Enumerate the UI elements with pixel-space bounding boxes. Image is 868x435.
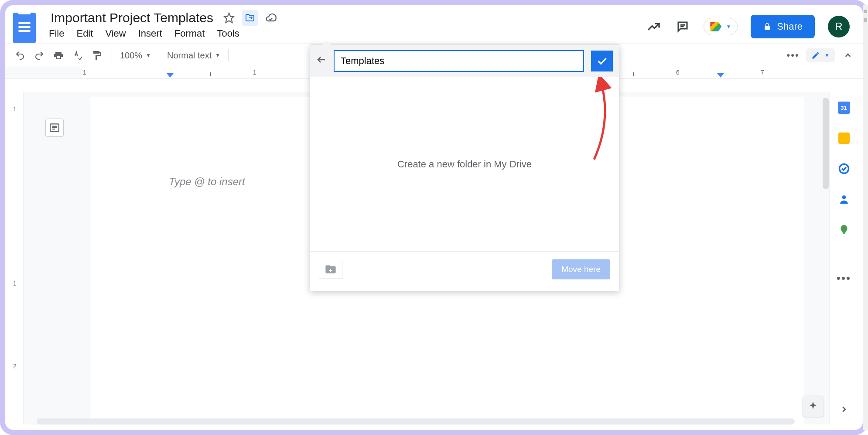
spellcheck-button[interactable] [71,48,85,62]
chevron-down-icon: ▼ [726,24,731,30]
chevron-down-icon: ▼ [215,52,220,58]
chevron-down-icon: ▼ [146,52,151,58]
explore-button[interactable] [803,396,824,417]
ruler-mark: 1 [83,69,86,76]
activity-icon[interactable] [646,19,662,34]
docs-logo-icon[interactable] [13,13,36,43]
style-select[interactable]: Normal text ▼ [167,51,220,61]
move-here-button[interactable]: Move here [552,259,610,279]
menu-file[interactable]: File [49,28,64,39]
svg-point-9 [843,227,845,229]
editing-mode-chip[interactable]: ▼ [806,48,835,62]
more-button[interactable]: ••• [786,48,800,62]
calendar-icon[interactable]: 31 [837,101,851,114]
move-icon[interactable] [242,10,258,26]
paint-format-button[interactable] [90,48,104,62]
menu-view[interactable]: View [105,28,126,39]
header: Important Project Templates File Edit Vi… [5,5,863,44]
vruler-mark: 1 [13,280,17,287]
collapse-toolbar-button[interactable] [841,48,855,62]
comments-icon[interactable] [675,19,690,34]
title-area: Important Project Templates File Edit Vi… [48,10,277,44]
maps-icon[interactable] [837,223,851,236]
undo-button[interactable] [13,48,27,62]
svg-point-8 [842,195,846,199]
separator [159,49,159,61]
popover-body: Create a new folder in My Drive [310,77,619,251]
ruler-tick [633,72,634,76]
chevron-down-icon: ▼ [824,52,830,58]
menu-format[interactable]: Format [174,28,205,39]
ruler-mark: 7 [761,69,764,76]
menu-insert[interactable]: Insert [138,28,162,39]
scrollbar-horizontal[interactable] [37,418,795,425]
vertical-ruler[interactable]: 1 1 2 [10,92,24,425]
vruler-mark: 2 [13,363,17,370]
zoom-select[interactable]: 100% ▼ [120,51,151,61]
ruler-mark: 1 [253,69,256,76]
separator [112,49,112,61]
cloud-status-icon[interactable] [265,12,277,24]
popover-footer: Move here [310,251,619,291]
folder-name-input[interactable] [334,50,584,72]
vruler-mark: 1 [13,105,17,112]
document-title[interactable]: Important Project Templates [48,10,216,26]
meet-button[interactable]: ▼ [704,18,738,35]
toolbar-right: ••• ▼ [774,48,855,62]
ruler-tick [210,72,211,76]
zoom-value: 100% [120,51,142,61]
indent-marker-icon[interactable] [167,73,174,78]
popover-hint-text: Create a new folder in My Drive [397,159,532,170]
window-scrollbar[interactable] [863,5,868,430]
side-panel-separator [835,254,853,254]
separator [228,49,229,61]
share-label: Share [777,21,803,32]
star-icon[interactable] [223,12,235,24]
tasks-icon[interactable] [837,162,851,175]
new-folder-button[interactable] [319,260,342,279]
menu-bar: File Edit View Insert Format Tools [48,26,277,44]
scrollbar-vertical[interactable] [823,98,829,189]
ruler-margin [5,67,82,78]
share-button[interactable]: Share [751,15,815,38]
app-window: Important Project Templates File Edit Vi… [0,0,868,435]
side-panel: 31 ••• [830,92,858,425]
meet-icon [710,22,721,31]
outline-toggle-button[interactable] [45,119,64,137]
confirm-folder-button[interactable] [591,51,613,71]
popover-header [310,45,619,77]
collapse-panel-icon[interactable] [837,403,851,416]
addons-icon[interactable]: ••• [837,272,851,285]
style-value: Normal text [167,51,212,61]
header-right: ▼ Share R [646,15,855,38]
keep-icon[interactable] [837,132,851,145]
contacts-icon[interactable] [837,193,851,206]
insert-placeholder: Type @ to insert [169,176,245,188]
redo-button[interactable] [32,48,46,62]
separator [777,49,777,61]
move-popover: Create a new folder in My Drive Move her… [310,44,619,291]
back-button[interactable] [316,54,327,68]
account-avatar[interactable]: R [828,16,850,37]
svg-marker-0 [224,13,234,23]
ruler-mark: 6 [676,69,680,76]
menu-edit[interactable]: Edit [76,28,93,39]
menu-tools[interactable]: Tools [217,28,239,39]
title-row: Important Project Templates [48,10,277,26]
print-button[interactable] [51,48,65,62]
right-indent-marker-icon[interactable] [717,73,724,78]
